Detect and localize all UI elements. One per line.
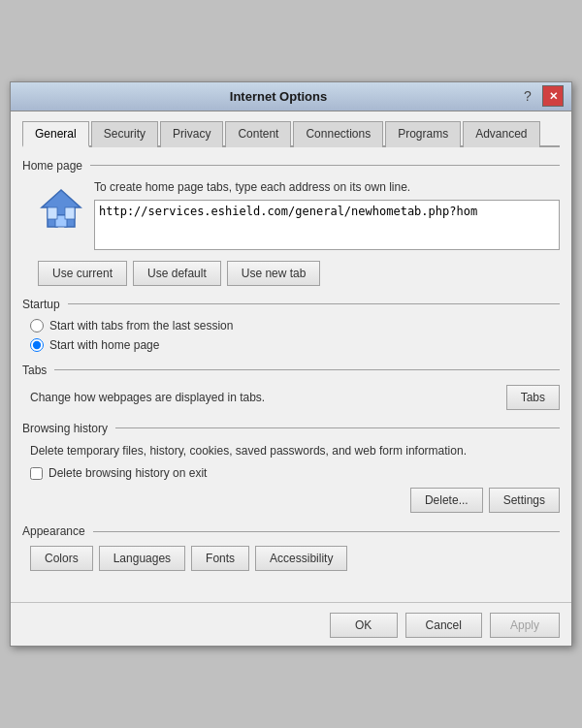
title-bar: Internet Options ? ✕ (11, 82, 571, 111)
tabs-button[interactable]: Tabs (506, 385, 560, 410)
fonts-button[interactable]: Fonts (191, 546, 249, 571)
homepage-content: To create home page tabs, type each addr… (22, 180, 560, 286)
startup-option1[interactable]: Start with tabs from the last session (30, 319, 560, 332)
delete-history-label: Delete browsing history on exit (48, 466, 207, 480)
delete-history-checkbox[interactable] (30, 467, 43, 480)
main-content: General Security Privacy Content Connect… (11, 111, 571, 595)
languages-button[interactable]: Languages (99, 546, 185, 571)
homepage-description: To create home page tabs, type each addr… (94, 180, 560, 194)
tab-content[interactable]: Content (225, 121, 291, 147)
help-button[interactable]: ? (517, 85, 538, 107)
dialog-body: General Security Privacy Content Connect… (11, 111, 571, 647)
startup-section: Startup Start with tabs from the last se… (22, 298, 560, 352)
appearance-section-label: Appearance (22, 524, 560, 538)
close-button[interactable]: ✕ (542, 85, 564, 107)
window-title: Internet Options (40, 89, 517, 104)
appearance-buttons: Colors Languages Fonts Accessibility (22, 546, 560, 571)
delete-button[interactable]: Delete... (410, 488, 483, 513)
accessibility-button[interactable]: Accessibility (255, 546, 347, 571)
apply-button[interactable]: Apply (490, 613, 560, 638)
browsing-history-label: Browsing history (22, 422, 560, 435)
homepage-section: Home page To create home page tabs, type… (22, 159, 560, 286)
use-default-button[interactable]: Use default (133, 261, 221, 286)
homepage-buttons: Use current Use default Use new tab (38, 261, 560, 286)
settings-button[interactable]: Settings (489, 488, 560, 513)
browsing-history-description: Delete temporary files, history, cookies… (22, 443, 560, 459)
tabs-section-label: Tabs (22, 364, 560, 377)
homepage-right: To create home page tabs, type each addr… (94, 180, 560, 253)
colors-button[interactable]: Colors (30, 546, 93, 571)
homepage-url-input[interactable] (94, 200, 560, 250)
bottom-buttons: OK Cancel Apply (11, 602, 571, 646)
tab-security[interactable]: Security (91, 121, 158, 147)
tabs-description: Change how webpages are displayed in tab… (30, 391, 265, 404)
history-buttons: Delete... Settings (22, 488, 560, 513)
startup-section-label: Startup (22, 298, 560, 311)
startup-radio1[interactable] (30, 319, 44, 332)
startup-option1-label: Start with tabs from the last session (49, 319, 233, 332)
tabs-options-section: Tabs Change how webpages are displayed i… (22, 364, 560, 410)
tab-privacy[interactable]: Privacy (160, 121, 223, 147)
tabs-row: Change how webpages are displayed in tab… (22, 385, 560, 410)
startup-radio-group: Start with tabs from the last session St… (22, 319, 560, 352)
tab-advanced[interactable]: Advanced (463, 121, 539, 147)
internet-options-dialog: Internet Options ? ✕ General Security Pr… (10, 81, 572, 648)
title-bar-controls: ? ✕ (517, 85, 564, 107)
startup-option2[interactable]: Start with home page (30, 338, 560, 352)
svg-rect-3 (65, 207, 75, 219)
homepage-section-label: Home page (22, 159, 560, 173)
ok-button[interactable]: OK (330, 613, 398, 638)
startup-radio2[interactable] (30, 338, 44, 352)
tab-programs[interactable]: Programs (385, 121, 461, 147)
home-icon (38, 184, 84, 231)
tab-bar: General Security Privacy Content Connect… (22, 119, 560, 147)
use-current-button[interactable]: Use current (38, 261, 127, 286)
browsing-history-section: Browsing history Delete temporary files,… (22, 422, 560, 514)
appearance-section: Appearance Colors Languages Fonts Access… (22, 524, 560, 571)
tab-general[interactable]: General (22, 121, 89, 147)
cancel-button[interactable]: Cancel (405, 613, 482, 638)
delete-history-checkbox-label[interactable]: Delete browsing history on exit (22, 466, 560, 480)
homepage-row: To create home page tabs, type each addr… (38, 180, 560, 253)
svg-rect-2 (48, 207, 57, 219)
startup-option2-label: Start with home page (49, 338, 159, 352)
tab-connections[interactable]: Connections (293, 121, 383, 147)
use-new-tab-button[interactable]: Use new tab (227, 261, 321, 286)
